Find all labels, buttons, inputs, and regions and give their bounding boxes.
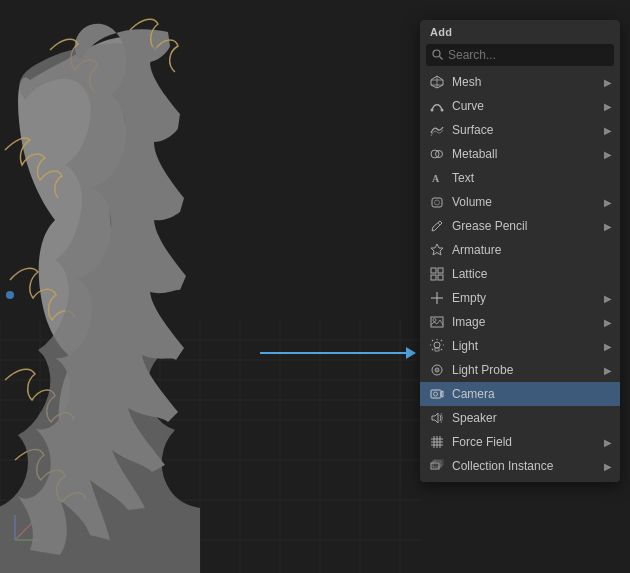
text-label: Text [452,171,612,185]
menu-item-volume[interactable]: Volume ▶ [420,190,620,214]
volume-submenu-arrow: ▶ [604,197,612,208]
menu-item-armature[interactable]: Armature [420,238,620,262]
svg-point-23 [6,291,14,299]
svg-rect-69 [433,461,441,467]
camera-arrow [260,352,415,354]
svg-rect-59 [431,390,441,398]
collection-instance-icon [428,457,446,475]
menu-item-lattice[interactable]: Lattice [420,262,620,286]
menu-item-metaball[interactable]: Metaball ▶ [420,142,620,166]
force-field-icon [428,433,446,451]
svg-line-54 [432,349,433,350]
mesh-icon [428,73,446,91]
image-label: Image [452,315,604,329]
menu-item-collection-instance[interactable]: Collection Instance ▶ [420,454,620,478]
empty-label: Empty [452,291,604,305]
svg-line-51 [441,349,442,350]
svg-line-49 [441,340,442,341]
menu-item-light-probe[interactable]: Light Probe ▶ [420,358,620,382]
svg-point-31 [441,109,444,112]
armature-icon [428,241,446,259]
grease-pencil-label: Grease Pencil [452,219,604,233]
grease-pencil-submenu-arrow: ▶ [604,221,612,232]
mesh-submenu-arrow: ▶ [604,77,612,88]
volume-label: Volume [452,195,604,209]
light-probe-submenu-arrow: ▶ [604,365,612,376]
mesh-label: Mesh [452,75,604,89]
add-menu: Add Mesh ▶ [420,20,620,482]
svg-rect-40 [438,268,443,273]
svg-point-46 [433,319,436,322]
surface-label: Surface [452,123,604,137]
empty-icon [428,289,446,307]
metaball-icon [428,145,446,163]
force-field-submenu-arrow: ▶ [604,437,612,448]
svg-point-47 [434,342,440,348]
camera-icon [428,385,446,403]
light-probe-icon [428,361,446,379]
force-field-label: Force Field [452,435,604,449]
grease-pencil-icon [428,217,446,235]
lattice-label: Lattice [452,267,612,281]
svg-text:A: A [432,173,440,184]
light-submenu-arrow: ▶ [604,341,612,352]
svg-marker-60 [441,391,443,397]
metaball-submenu-arrow: ▶ [604,149,612,160]
menu-item-speaker[interactable]: Speaker [420,406,620,430]
speaker-label: Speaker [452,411,612,425]
svg-point-58 [436,369,438,371]
image-submenu-arrow: ▶ [604,317,612,328]
svg-line-37 [438,223,440,225]
svg-point-30 [431,109,434,112]
svg-point-24 [433,50,440,57]
menu-item-camera[interactable]: Camera [420,382,620,406]
menu-item-light[interactable]: Light ▶ [420,334,620,358]
menu-title: Add [420,20,620,42]
menu-item-curve[interactable]: Curve ▶ [420,94,620,118]
lattice-icon [428,265,446,283]
armature-label: Armature [452,243,612,257]
search-icon [432,49,443,62]
svg-line-52 [432,340,433,341]
menu-item-force-field[interactable]: Force Field ▶ [420,430,620,454]
svg-line-25 [440,56,443,59]
svg-rect-41 [431,275,436,280]
menu-item-image[interactable]: Image ▶ [420,310,620,334]
svg-rect-35 [432,198,442,207]
light-probe-label: Light Probe [452,363,604,377]
curve-submenu-arrow: ▶ [604,101,612,112]
svg-point-36 [435,200,440,205]
menu-item-mesh[interactable]: Mesh ▶ [420,70,620,94]
svg-point-61 [434,392,438,396]
text-icon: A [428,169,446,187]
svg-rect-39 [431,268,436,273]
empty-submenu-arrow: ▶ [604,293,612,304]
light-label: Light [452,339,604,353]
curve-label: Curve [452,99,604,113]
surface-icon [428,121,446,139]
menu-item-empty[interactable]: Empty ▶ [420,286,620,310]
search-input[interactable] [448,48,608,62]
menu-item-grease-pencil[interactable]: Grease Pencil ▶ [420,214,620,238]
svg-rect-42 [438,275,443,280]
menu-item-surface[interactable]: Surface ▶ [420,118,620,142]
speaker-icon [428,409,446,427]
curve-icon [428,97,446,115]
svg-marker-38 [431,244,443,255]
light-icon [428,337,446,355]
image-icon [428,313,446,331]
volume-icon [428,193,446,211]
camera-label: Camera [452,387,612,401]
collection-instance-submenu-arrow: ▶ [604,461,612,472]
search-row[interactable] [426,44,614,66]
surface-submenu-arrow: ▶ [604,125,612,136]
metaball-label: Metaball [452,147,604,161]
menu-item-text[interactable]: A Text [420,166,620,190]
collection-instance-label: Collection Instance [452,459,604,473]
